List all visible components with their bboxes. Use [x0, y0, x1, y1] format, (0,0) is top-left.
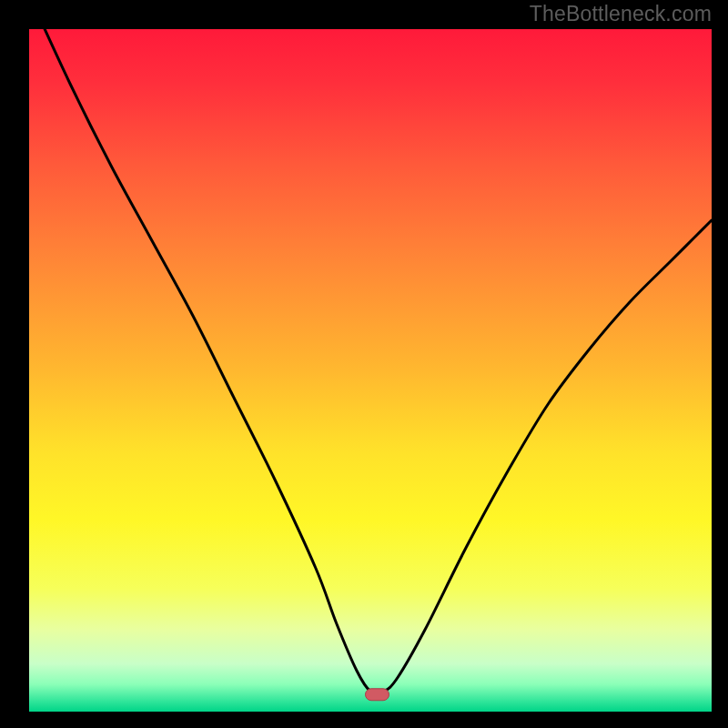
chart-frame: TheBottleneck.com — [0, 0, 728, 728]
bottleneck-chart — [0, 0, 728, 728]
plot-background — [29, 29, 712, 712]
optimal-point-marker — [366, 689, 389, 701]
